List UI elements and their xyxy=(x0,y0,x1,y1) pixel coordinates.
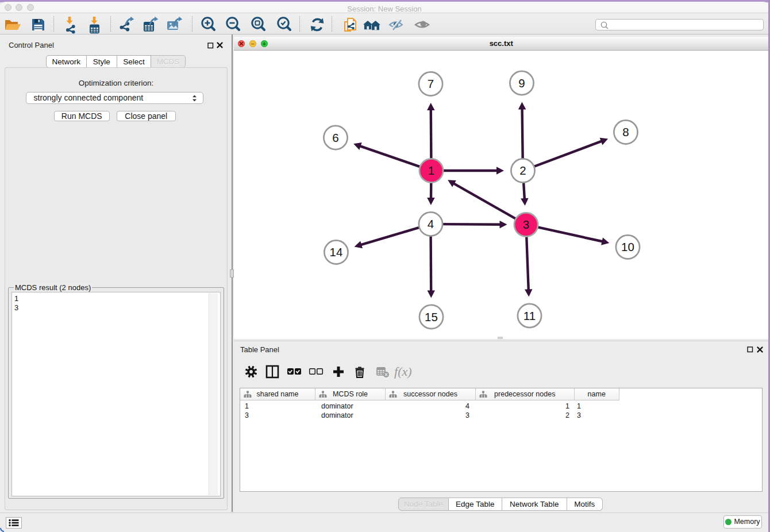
svg-text:14: 14 xyxy=(330,245,343,259)
svg-text:10: 10 xyxy=(621,240,634,253)
svg-text:7: 7 xyxy=(428,77,434,90)
svg-text:15: 15 xyxy=(425,310,438,323)
svg-text:4: 4 xyxy=(428,217,434,230)
svg-text:2: 2 xyxy=(519,164,526,177)
svg-text:3: 3 xyxy=(523,218,529,231)
svg-text:9: 9 xyxy=(518,76,525,90)
svg-text:1: 1 xyxy=(428,164,434,177)
svg-text:11: 11 xyxy=(523,309,536,322)
svg-text:8: 8 xyxy=(622,125,629,138)
svg-text:6: 6 xyxy=(332,131,338,144)
